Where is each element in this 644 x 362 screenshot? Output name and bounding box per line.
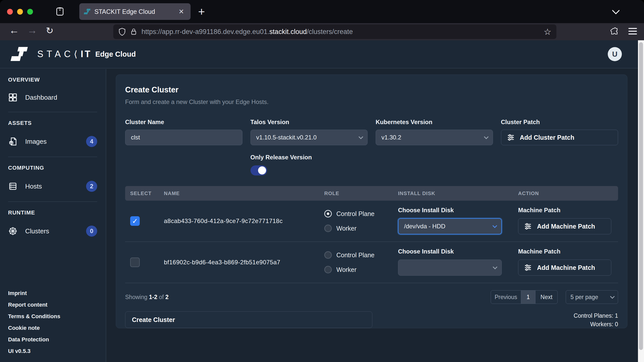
user-avatar[interactable]: U [608,47,622,61]
cluster-name-input[interactable]: clst [125,130,242,145]
window-close-button[interactable] [7,9,13,15]
control-planes-count: Control Planes: 1 [574,311,618,320]
lock-icon[interactable] [130,28,137,36]
bookmark-star-icon[interactable]: ☆ [544,27,551,37]
hosts-count-badge: 2 [86,181,97,192]
tabs-list-chevron-icon[interactable] [612,7,620,14]
chevron-down-icon [610,294,615,299]
kubernetes-version-select[interactable]: v1.30.2 [376,130,493,145]
url-bar[interactable]: https://app.rr-dev-a991186.dev.edge.eu01… [113,24,556,39]
new-tab-button[interactable]: + [198,6,205,17]
next-page-button[interactable]: Next [535,291,557,304]
add-machine-patch-button[interactable]: Add Machine Patch [518,218,611,234]
page-subtitle: Form and create a new Cluster with your … [125,98,618,105]
footer-actions: Create Cluster Control Planes: 1 Workers… [125,311,618,329]
radio-label: Control Plane [336,251,374,259]
install-disk-select-empty[interactable] [398,260,502,276]
talos-version-select[interactable]: v1.10.5-stackit.v0.21.0 [251,130,368,145]
link-data-protection[interactable]: Data Protection [8,336,60,343]
shield-icon[interactable] [118,27,126,36]
sidebar-item-label: Hosts [25,183,42,190]
row-checkbox-unchecked[interactable] [130,258,140,267]
link-terms[interactable]: Terms & Conditions [8,313,60,320]
install-disk-value: /dev/vda - HDD [404,223,445,230]
only-release-block: Only Release Version [251,154,618,175]
brand-wordmark: STAC⟨IT [37,49,92,59]
ui-version: UI v0.5.3 [8,348,60,354]
radio-worker[interactable] [324,266,332,273]
scrollbar-thumb[interactable] [639,42,643,350]
window-zoom-button[interactable] [27,9,33,15]
add-machine-patch-label: Add Machine Patch [537,264,595,271]
radio-worker[interactable] [324,225,332,232]
dashboard-icon [8,93,18,102]
hosts-table: SELECT NAME ROLE INSTALL DISK ACTION ✓ a… [125,186,618,283]
previous-page-button[interactable]: Previous [491,291,521,304]
create-cluster-button[interactable]: Create Cluster [125,311,372,328]
sidebar-item-dashboard[interactable]: Dashboard [8,93,97,102]
col-name: NAME [164,191,324,196]
link-cookie-note[interactable]: Cookie note [8,325,60,331]
sidebar-item-label: Images [25,138,47,146]
chevron-down-icon [359,134,363,139]
radio-control-plane-selected[interactable] [324,210,332,218]
host-name: bf16902c-b9d6-4ea3-b869-2fb51e9075a7 [164,259,280,266]
forward-button[interactable]: → [27,25,37,36]
workers-count: Workers: 0 [574,320,618,329]
sidebar-item-images[interactable]: Images 4 [8,136,97,147]
radio-control-plane[interactable] [324,251,332,259]
reload-button[interactable]: ↻ [46,25,53,36]
sliders-icon [524,264,532,272]
row-checkbox-checked[interactable]: ✓ [130,216,140,226]
col-install-disk: INSTALL DISK [398,191,518,196]
col-action: ACTION [518,191,618,196]
tab-overview-icon[interactable] [55,7,65,16]
page-scrollbar[interactable] [638,40,644,362]
per-page-select[interactable]: 5 per page [566,290,618,304]
hosts-icon [8,182,18,191]
showing-of: of [159,294,164,300]
sidebar-section-overview: OVERVIEW [8,77,97,83]
sidebar-item-hosts[interactable]: Hosts 2 [8,181,97,192]
talos-version-label: Talos Version [251,119,368,126]
sidebar-item-clusters[interactable]: Clusters 0 [8,226,97,237]
table-header: SELECT NAME ROLE INSTALL DISK ACTION [125,186,618,201]
col-select: SELECT [125,191,164,196]
showing-text: Showing 1-2 of 2 [125,294,169,301]
current-page-button[interactable]: 1 [521,291,535,304]
table-row: ✓ a8cab433-760d-412a-9ce7-9c72e771718c C… [125,201,618,242]
col-role: ROLE [324,191,398,196]
only-release-toggle[interactable] [251,165,267,175]
talos-version-value: v1.10.5-stackit.v0.21.0 [256,134,317,141]
tab-close-icon[interactable]: ✕ [176,7,186,17]
page-title: Create Cluster [125,85,618,94]
tab-title: STACKIT Edge Cloud [94,8,176,15]
url-path: /clusters/create [307,28,353,35]
url-domain: stackit.cloud [269,28,307,35]
url-prefix: https://app.rr-dev-a991186.dev.edge.eu01… [141,28,269,35]
sidebar-section-computing: COMPUTING [8,165,97,171]
browser-tab-bar: STACKIT Edge Cloud ✕ + [0,0,644,23]
install-disk-select[interactable]: /dev/vda - HDD [398,218,502,234]
window-minimize-button[interactable] [17,9,23,15]
add-cluster-patch-button[interactable]: Add Cluster Patch [501,130,618,145]
back-button[interactable]: ← [9,25,19,36]
link-imprint[interactable]: Imprint [8,290,60,297]
talos-version-field: Talos Version v1.10.5-stackit.v0.21.0 [251,119,368,145]
browser-tab[interactable]: STACKIT Edge Cloud ✕ [79,3,191,20]
kubernetes-version-value: v1.30.2 [381,134,401,141]
extensions-icon[interactable] [609,26,619,36]
toggle-knob [258,166,266,174]
choose-install-disk-label: Choose Install Disk [398,207,518,214]
stackit-favicon [84,8,90,15]
brand-it: IT [81,49,92,59]
kubernetes-version-field: Kubernetes Version v1.30.2 [376,119,493,145]
add-machine-patch-button[interactable]: Add Machine Patch [518,260,611,276]
menu-hamburger-icon[interactable] [628,28,637,29]
link-report-content[interactable]: Report content [8,302,60,308]
clusters-icon [8,226,18,236]
sliders-icon [524,222,532,230]
brand-stac: STAC [37,49,74,59]
main-content: Create Cluster Form and create a new Clu… [107,69,638,362]
product-name: Edge Cloud [95,50,136,58]
